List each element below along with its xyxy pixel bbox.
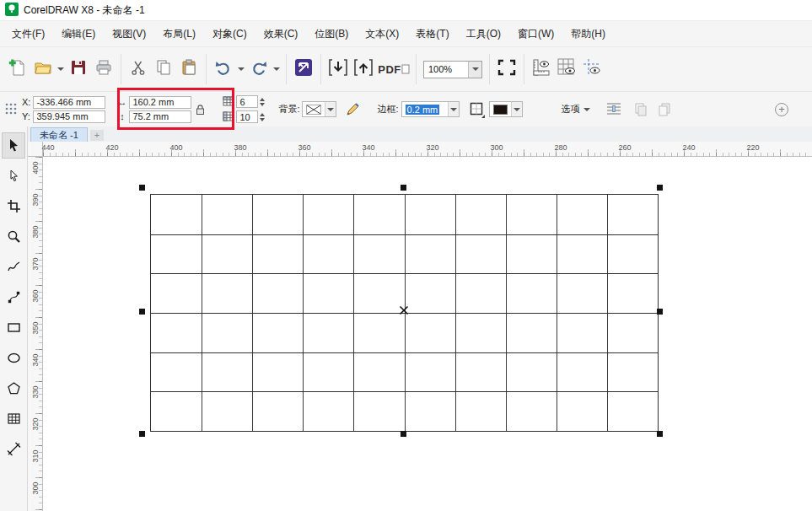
spin-up-icon[interactable] xyxy=(260,95,265,101)
menu-layout[interactable]: 布局(L) xyxy=(154,22,204,46)
quick-customize-button[interactable]: + xyxy=(775,103,788,116)
export-button[interactable] xyxy=(351,52,376,86)
show-rulers-button[interactable] xyxy=(529,52,554,86)
zoom-level-dropdown[interactable] xyxy=(468,62,481,78)
tab-untitled-1[interactable]: 未命名 -1 xyxy=(30,127,88,142)
table-row-line xyxy=(151,352,658,353)
import-button[interactable] xyxy=(325,52,351,86)
redo-dropdown-button[interactable] xyxy=(272,52,282,86)
open-button[interactable] xyxy=(30,52,56,86)
new-document-button[interactable] xyxy=(5,52,30,86)
selection-handle[interactable] xyxy=(401,431,406,437)
freehand-tool[interactable] xyxy=(2,254,25,280)
background-fill-dropdown[interactable] xyxy=(302,101,336,117)
x-position-field[interactable]: -336.466 mm xyxy=(33,96,105,109)
table-row-line xyxy=(151,391,658,392)
pick-tool[interactable] xyxy=(2,132,25,159)
table-options-button[interactable]: 选项 xyxy=(555,100,597,119)
selection-handle[interactable] xyxy=(657,431,663,437)
border-width-field[interactable]: 0.2 mm xyxy=(402,105,448,115)
menu-edit[interactable]: 编辑(E) xyxy=(53,22,104,46)
lock-ratio-button[interactable] xyxy=(195,104,206,116)
selection-handle[interactable] xyxy=(657,309,663,315)
toolbar-grip[interactable] xyxy=(5,102,17,117)
horizontal-ruler[interactable]: 440420400380360340320300280260240220 xyxy=(43,142,812,157)
ellipse-tool[interactable] xyxy=(2,345,25,371)
search-content-icon xyxy=(293,57,314,81)
spin-down-icon[interactable] xyxy=(260,103,265,109)
document-tab-bar: 未命名 -1 + xyxy=(28,126,812,142)
scissors-icon xyxy=(130,59,147,79)
menu-file[interactable]: 文件(F) xyxy=(3,22,53,46)
background-label: 背景: xyxy=(278,103,299,116)
width-field[interactable]: 160.2 mm xyxy=(129,96,191,109)
selection-handle[interactable] xyxy=(139,431,145,437)
selection-handle[interactable] xyxy=(139,185,145,191)
border-width-combo[interactable]: 0.2 mm xyxy=(401,101,460,117)
menu-table[interactable]: 表格(T) xyxy=(407,22,457,46)
fullscreen-preview-button[interactable] xyxy=(494,52,519,86)
edit-fill-button[interactable] xyxy=(343,100,363,120)
toolbox xyxy=(0,126,28,511)
border-color-dropdown[interactable] xyxy=(489,101,523,117)
paste-button[interactable] xyxy=(176,52,202,86)
show-guidelines-button[interactable] xyxy=(579,52,605,86)
menu-view[interactable]: 视图(V) xyxy=(104,22,154,46)
undo-button[interactable] xyxy=(211,52,236,86)
publish-pdf-button[interactable]: PDF xyxy=(376,52,411,86)
y-position-field[interactable]: 359.945 mm xyxy=(33,110,105,123)
selection-handle[interactable] xyxy=(139,309,145,315)
new-tab-button[interactable]: + xyxy=(90,130,104,141)
cut-button[interactable] xyxy=(126,52,151,86)
h-ruler-label: 360 xyxy=(298,143,310,152)
zoom-tool[interactable] xyxy=(2,223,25,250)
menu-text[interactable]: 文本(X) xyxy=(357,22,407,46)
rows-spinner[interactable] xyxy=(260,95,265,109)
menu-effects[interactable]: 效果(C) xyxy=(255,22,307,46)
menu-object[interactable]: 对象(C) xyxy=(204,22,255,46)
ruler-origin-corner[interactable] xyxy=(28,142,43,157)
menu-tools[interactable]: 工具(O) xyxy=(458,22,509,46)
table-columns-field[interactable]: 10 xyxy=(236,110,258,123)
spin-up-icon[interactable] xyxy=(260,110,265,116)
columns-spinner[interactable] xyxy=(260,110,265,124)
crop-tool[interactable] xyxy=(2,193,25,219)
spin-down-icon[interactable] xyxy=(260,118,265,124)
redo-button[interactable] xyxy=(246,52,272,86)
toolbar-separator xyxy=(489,54,490,84)
print-button[interactable] xyxy=(91,52,116,86)
selection-center-marker[interactable] xyxy=(398,304,410,320)
x-label: X: xyxy=(22,97,30,107)
table-row-line xyxy=(151,273,658,274)
open-dropdown-button[interactable] xyxy=(56,52,66,86)
vertical-ruler[interactable]: 400390380370360350340330320310300 xyxy=(28,157,43,511)
v-ruler-label: 310 xyxy=(31,449,40,462)
bezier-tool[interactable] xyxy=(2,284,25,310)
shape-tool[interactable] xyxy=(2,163,25,189)
rectangle-tool[interactable] xyxy=(2,315,25,341)
save-button[interactable] xyxy=(66,52,91,86)
selection-handle[interactable] xyxy=(657,185,663,191)
search-content-button[interactable] xyxy=(291,52,316,86)
zoom-level-value[interactable]: 100% xyxy=(424,64,468,74)
text-wrap-button[interactable] xyxy=(604,100,624,120)
menu-help[interactable]: 帮助(H) xyxy=(562,22,614,46)
table-rows-field[interactable]: 6 xyxy=(236,95,258,108)
polygon-tool[interactable] xyxy=(2,375,25,401)
menu-bitmaps[interactable]: 位图(B) xyxy=(306,22,357,46)
selection-handle[interactable] xyxy=(401,185,406,191)
copy-button[interactable] xyxy=(151,52,176,86)
height-field[interactable]: 75.2 mm xyxy=(129,110,191,123)
line-tool[interactable] xyxy=(2,436,25,462)
menu-window[interactable]: 窗口(W) xyxy=(509,22,562,46)
v-ruler-label: 360 xyxy=(31,289,40,302)
export-icon xyxy=(353,57,374,81)
undo-dropdown-button[interactable] xyxy=(236,52,246,86)
show-grid-button[interactable] xyxy=(554,52,579,86)
toolbar-separator xyxy=(320,54,321,84)
canvas[interactable] xyxy=(43,157,812,511)
window-title: CorelDRAW X8 - 未命名 -1 xyxy=(24,3,145,18)
table-tool[interactable] xyxy=(2,406,25,432)
zoom-level-combo[interactable]: 100% xyxy=(423,61,482,78)
border-selection-button[interactable] xyxy=(466,100,487,120)
